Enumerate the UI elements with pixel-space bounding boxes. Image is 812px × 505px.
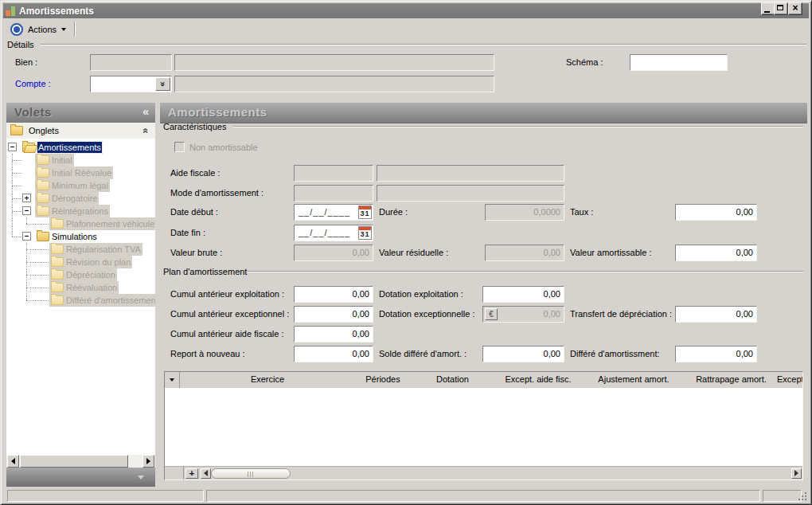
tree-item-label: Minimum légal	[52, 180, 108, 191]
cumul-exceptionnel-field[interactable]: 0,00	[294, 306, 373, 323]
close-button[interactable]: ×	[788, 2, 802, 15]
table-column-header[interactable]: Ajustement amort.	[582, 372, 685, 388]
tree-item-label: Réintégrations	[52, 206, 108, 217]
toolbar-separator	[74, 22, 76, 37]
sidebar-hscrollbar	[6, 455, 155, 468]
tree-item-plafonnement-vehicule[interactable]: Plafonnement véhicule	[6, 217, 155, 230]
main-header-title: Amortissements	[168, 105, 267, 119]
tree-item-regularisation-tva[interactable]: Régularisation TVA	[6, 243, 155, 256]
date-mask: __/__/____	[299, 207, 350, 217]
cumul-aide-fiscale-label: Cumul antérieur aide fiscale :	[170, 329, 283, 339]
folder-icon	[51, 270, 64, 280]
cumul-exploitation-label: Cumul antérieur exploitation :	[170, 289, 284, 299]
taux-field[interactable]: 0,00	[675, 204, 757, 221]
tree-item-differe-amortissement[interactable]: Différé d'amortissement	[6, 294, 155, 307]
duree-label: Durée :	[379, 207, 408, 217]
tree-expander-icon[interactable]: +	[22, 194, 31, 202]
add-row-button[interactable]: +	[185, 468, 198, 479]
table-header-row: Exercice Périodes Dotation Except. aide …	[165, 372, 802, 389]
mode-code-field	[294, 185, 373, 202]
calendar-button[interactable]: 31	[358, 226, 372, 240]
folder-icon	[37, 194, 49, 203]
valeur-brute-field: 0,00	[294, 245, 373, 261]
cumul-exploitation-field[interactable]: 0,00	[294, 286, 373, 303]
table-column-header[interactable]: Dotation	[411, 372, 494, 388]
tree-item-depreciation[interactable]: Dépréciation	[6, 268, 155, 281]
scrollbar-thumb[interactable]	[20, 455, 128, 468]
schema-field[interactable]	[630, 54, 728, 71]
tree-expander-icon[interactable]: −	[22, 206, 31, 215]
collapse-up-icon: «	[141, 128, 152, 134]
status-panel-1	[7, 490, 204, 502]
table-column-header[interactable]: Except.	[777, 372, 803, 388]
table-column-header[interactable]: Except. aide fisc.	[494, 372, 582, 388]
folder-icon	[51, 257, 64, 267]
valeur-residuelle-field: 0,00	[485, 245, 564, 261]
dotation-exceptionnelle-label: Dotation exceptionnelle :	[379, 309, 474, 319]
non-amortissable-label: Non amortissable	[189, 143, 258, 153]
compte-label[interactable]: Compte :	[15, 79, 51, 89]
tree-item-amortissements[interactable]: − Amortissements	[6, 141, 155, 154]
row-selector-header[interactable]	[165, 372, 180, 388]
tree-item-derogatoire[interactable]: + Dérogatoire	[6, 192, 155, 205]
table-hscrollbar: +	[165, 466, 802, 480]
minimize-icon	[764, 11, 770, 13]
compte-combo-field[interactable]: »	[90, 76, 172, 92]
cumul-exceptionnel-label: Cumul antérieur exceptionnel :	[170, 309, 289, 319]
selector-column-footer	[165, 467, 184, 480]
tree-item-minimum-legal[interactable]: Minimum légal	[6, 179, 155, 192]
scroll-left-button[interactable]	[201, 468, 211, 479]
tree-item-label: Réévaluation	[66, 282, 117, 293]
differe-amortissement-field[interactable]: 0,00	[675, 346, 757, 362]
arrow-left-icon	[204, 470, 208, 476]
report-a-nouveau-field[interactable]: 0,00	[294, 346, 373, 362]
report-a-nouveau-label: Report à nouveau :	[170, 349, 245, 359]
valeur-amortissable-field[interactable]: 0,00	[675, 245, 757, 261]
maximize-button[interactable]	[774, 2, 788, 15]
folder-icon	[37, 206, 49, 216]
tree-item-initial[interactable]: Initial	[6, 154, 155, 166]
date-debut-field[interactable]: __/__/____ 31	[294, 204, 373, 221]
scroll-left-button[interactable]	[7, 455, 19, 468]
differe-amortissement-label: Différé d'amortissment:	[570, 349, 660, 359]
status-panel-3	[763, 490, 802, 502]
tree-expander-icon[interactable]: −	[22, 232, 31, 241]
calendar-button[interactable]: 31	[358, 206, 372, 219]
tree-item-label: Différé d'amortissement	[66, 295, 155, 306]
onglets-bar[interactable]: Onglets «	[6, 123, 155, 139]
tree-item-label: Dérogatoire	[52, 193, 97, 204]
valeur-residuelle-label: Valeur résiduelle :	[379, 248, 448, 258]
tree-item-label: Simulations	[52, 231, 97, 242]
euro-button[interactable]: €	[485, 308, 498, 320]
date-fin-field[interactable]: __/__/____ 31	[294, 225, 373, 241]
transfert-depreciation-field[interactable]: 0,00	[675, 306, 757, 323]
folder-icon	[51, 245, 64, 254]
resize-grip[interactable]	[798, 492, 800, 494]
actions-label: Actions	[28, 25, 57, 34]
table-column-header[interactable]: Périodes	[355, 372, 411, 388]
actions-menu-button[interactable]: Actions	[6, 22, 71, 37]
non-amortissable-checkbox[interactable]	[174, 142, 185, 152]
arrow-left-icon	[11, 458, 15, 464]
sidebar-collapse-button[interactable]: «	[142, 105, 149, 118]
table-column-header[interactable]: Exercice	[180, 372, 355, 388]
tree-item-revision-du-plan[interactable]: Révision du plan	[6, 256, 155, 268]
table-column-header[interactable]: Rattrapage amort.	[685, 372, 777, 388]
sidebar-footer-bar[interactable]	[6, 468, 155, 487]
scroll-right-button[interactable]	[142, 455, 154, 468]
scroll-right-button[interactable]	[791, 468, 802, 479]
solde-differe-field[interactable]: 0,00	[482, 346, 564, 362]
tree-item-initial-reevalue[interactable]: Initial Réévalué	[6, 166, 155, 179]
scrollbar-thumb[interactable]	[211, 468, 291, 479]
tree-item-reintegrations[interactable]: − Réintégrations	[6, 205, 155, 217]
compte-lookup-button[interactable]: »	[155, 77, 170, 91]
cumul-aide-fiscale-field[interactable]: 0,00	[294, 326, 373, 343]
table-body[interactable]	[165, 388, 802, 467]
tree-item-reevaluation[interactable]: Réévaluation	[6, 281, 155, 294]
folder-icon	[51, 296, 64, 305]
sidebar-panel: Volets « Onglets « −	[6, 103, 155, 487]
tree-expander-icon[interactable]: −	[8, 143, 17, 151]
folder-icon	[51, 219, 64, 229]
dotation-exploitation-field[interactable]: 0,00	[482, 286, 564, 303]
tree-item-simulations[interactable]: − Simulations	[6, 230, 155, 243]
